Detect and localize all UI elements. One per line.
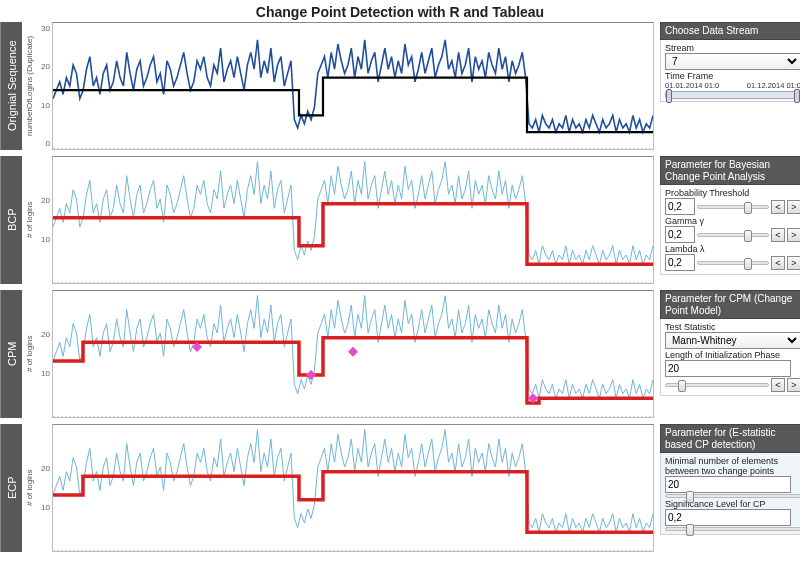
plot-original[interactable]	[52, 22, 654, 150]
panel-label-original: Orignial Sequence	[0, 22, 22, 150]
panel-label-bcp: BCP	[0, 156, 22, 284]
prev-icon[interactable]: <	[771, 228, 785, 242]
ytick: 20	[38, 464, 50, 473]
plot-ecp[interactable]	[52, 424, 654, 552]
prev-icon[interactable]: <	[771, 378, 785, 392]
cpm-test-select[interactable]: Mann-Whitney	[665, 332, 800, 349]
panel-original: Orignial Sequence numberOfLogins (Duplic…	[0, 22, 654, 150]
cpm-init-label: Length of Initialization Phase	[665, 350, 800, 360]
bcp-prob-label: Probability Threshold	[665, 188, 800, 198]
prev-icon[interactable]: <	[771, 256, 785, 270]
next-icon[interactable]: >	[787, 228, 800, 242]
cpm-init-input[interactable]	[665, 360, 791, 377]
yticks-bcp: . 20 10 .	[36, 156, 52, 284]
ylabel-ecp: # of logins	[22, 424, 36, 552]
ecp-min-input[interactable]	[665, 476, 791, 493]
side-cpm-hdr: Parameter for CPM (Change Point Model)	[660, 290, 800, 319]
next-icon[interactable]: >	[787, 200, 800, 214]
timeframe-slider[interactable]	[665, 91, 800, 99]
ytick: 0	[38, 139, 50, 148]
plot-cpm[interactable]	[52, 290, 654, 418]
side-bcp: Parameter for Bayesian Change Point Anal…	[660, 156, 800, 284]
ytick: 20	[38, 196, 50, 205]
timeframe-to: 01.12.2014 01:0	[747, 81, 800, 90]
ylabel-cpm: # of logins	[22, 290, 36, 418]
next-icon[interactable]: >	[787, 256, 800, 270]
side-stream-hdr: Choose Data Stream	[660, 22, 800, 40]
side-ecp: Parameter for (E-statistic based CP dete…	[660, 424, 800, 552]
bcp-lambda-input[interactable]	[665, 254, 695, 271]
timeframe-from: 01.01.2014 01:0	[665, 81, 719, 90]
yticks-original: 30 20 10 0	[36, 22, 52, 150]
bcp-lambda-slider[interactable]	[697, 261, 769, 265]
page-title: Change Point Detection with R and Tablea…	[0, 0, 800, 22]
timeframe-label: Time Frame	[665, 71, 800, 81]
panel-label-cpm: CPM	[0, 290, 22, 418]
panel-ecp: ECP # of logins . 20 10 .	[0, 424, 654, 552]
side-ecp-hdr: Parameter for (E-statistic based CP dete…	[660, 424, 800, 453]
panel-bcp: BCP # of logins . 20 10 .	[0, 156, 654, 284]
ecp-min-slider[interactable]	[665, 494, 800, 498]
bcp-gamma-label: Gamma γ	[665, 216, 800, 226]
ytick: 10	[38, 503, 50, 512]
ecp-min-label: Minimal number of elements between two c…	[665, 456, 800, 476]
ytick: 20	[38, 62, 50, 71]
bcp-gamma-input[interactable]	[665, 226, 695, 243]
panel-cpm: CPM # of logins . 20 10 .	[0, 290, 654, 418]
yticks-cpm: . 20 10 .	[36, 290, 52, 418]
cpm-test-label: Test Statistic	[665, 322, 800, 332]
bcp-lambda-label: Lambda λ	[665, 244, 800, 254]
stream-label: Stream	[665, 43, 800, 53]
bcp-prob-slider[interactable]	[697, 205, 769, 209]
side-cpm: Parameter for CPM (Change Point Model) T…	[660, 290, 800, 418]
ecp-sig-input[interactable]	[665, 509, 791, 526]
side-stream: Choose Data Stream Stream 7 Time Frame 0…	[660, 22, 800, 150]
ylabel-original: numberOfLogins (Duplicate)	[22, 22, 36, 150]
ytick: 10	[38, 235, 50, 244]
ytick: 10	[38, 369, 50, 378]
stream-select[interactable]: 7	[665, 53, 800, 70]
yticks-ecp: . 20 10 .	[36, 424, 52, 552]
ytick: 20	[38, 330, 50, 339]
ylabel-bcp: # of logins	[22, 156, 36, 284]
side-bcp-hdr: Parameter for Bayesian Change Point Anal…	[660, 156, 800, 185]
ytick: 30	[38, 24, 50, 33]
prev-icon[interactable]: <	[771, 200, 785, 214]
bcp-prob-input[interactable]	[665, 198, 695, 215]
ecp-sig-slider[interactable]	[665, 527, 800, 531]
plot-bcp[interactable]	[52, 156, 654, 284]
ytick: 10	[38, 101, 50, 110]
panel-label-ecp: ECP	[0, 424, 22, 552]
next-icon[interactable]: >	[787, 378, 800, 392]
bcp-gamma-slider[interactable]	[697, 233, 769, 237]
cpm-init-slider[interactable]	[665, 383, 769, 387]
